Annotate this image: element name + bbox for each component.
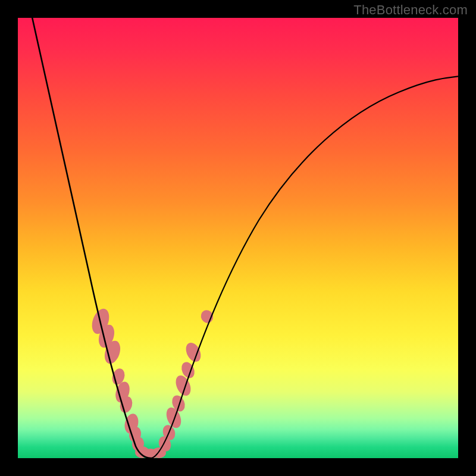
chart-svg [18,18,458,458]
left-curve [31,18,151,458]
watermark-text: TheBottleneck.com [353,2,468,18]
chart-frame [18,18,458,458]
marker-group-left [89,306,145,452]
right-curve [151,76,458,458]
marker-blob [199,308,215,325]
